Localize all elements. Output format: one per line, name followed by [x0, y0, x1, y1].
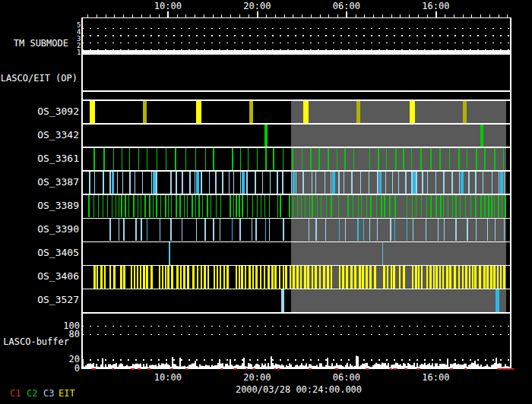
- event-bar: [93, 195, 94, 217]
- time-label-top: 06:00: [324, 1, 369, 11]
- event-bar: [119, 195, 119, 217]
- minor-tick: [284, 14, 285, 18]
- event-bar: [426, 266, 428, 288]
- event-bar: [395, 148, 397, 170]
- event-bar: [484, 195, 485, 217]
- event-bar: [209, 172, 210, 194]
- event-bar: [213, 148, 214, 170]
- event-bar: [166, 148, 167, 170]
- event-bar: [403, 266, 405, 288]
- event-bar: [297, 195, 298, 217]
- event-bar: [264, 195, 265, 217]
- event-bar: [215, 172, 216, 194]
- event-bar: [497, 266, 499, 288]
- row-label-OS_3527: OS_3527: [0, 294, 79, 305]
- event-bar: [427, 172, 428, 194]
- event-bar: [165, 195, 166, 217]
- event-bar: [465, 195, 466, 217]
- event-bar: [346, 266, 348, 288]
- minor-tick: [445, 14, 445, 18]
- lasco-buffer-label: LASCO-buffer: [0, 336, 69, 347]
- event-bar: [103, 195, 103, 217]
- event-bar: [216, 195, 217, 217]
- event-bar: [376, 195, 377, 217]
- event-bar: [233, 195, 234, 217]
- event-bar: [405, 172, 406, 194]
- event-bar: [204, 266, 205, 288]
- event-bar: [383, 266, 385, 288]
- event-bar: [342, 266, 344, 288]
- lasco-eit-op-label: LASCO/EIT (OP): [0, 73, 78, 84]
- event-bar: [378, 148, 379, 170]
- event-bar-bold: [196, 172, 199, 194]
- event-bar: [460, 195, 461, 217]
- row-label-OS_3092: OS_3092: [0, 106, 79, 117]
- event-bar: [449, 266, 451, 288]
- event-bar: [207, 266, 209, 288]
- event-bar: [223, 266, 225, 288]
- event-bar: [255, 219, 256, 241]
- event-bar: [315, 172, 316, 194]
- red-mark: [309, 368, 312, 370]
- major-tick: [257, 11, 258, 17]
- event-bar: [435, 172, 436, 194]
- event-bar: [103, 148, 105, 170]
- event-bar: [449, 148, 451, 170]
- row-separator: [81, 241, 511, 243]
- event-bar: [480, 125, 483, 147]
- event-bar: [262, 172, 263, 194]
- event-bar: [88, 195, 89, 217]
- row-label-OS_3406: OS_3406: [0, 270, 79, 282]
- event-bar: [410, 101, 415, 123]
- minor-tick: [507, 14, 508, 18]
- event-bar: [129, 172, 130, 194]
- event-bar: [458, 148, 460, 170]
- row-label-OS_3342: OS_3342: [0, 129, 79, 140]
- event-bar: [416, 172, 416, 194]
- minor-tick: [499, 14, 499, 18]
- minor-tick: [221, 14, 222, 18]
- event-bar: [442, 266, 445, 288]
- event-bar: [493, 266, 495, 288]
- event-bar: [484, 148, 486, 170]
- event-bar: [390, 219, 391, 241]
- event-bar: [185, 148, 187, 170]
- event-bar: [156, 195, 157, 217]
- event-bar: [357, 219, 358, 241]
- event-bar: [277, 172, 277, 194]
- top-axis-line: [81, 17, 511, 19]
- event-bar: [255, 266, 258, 288]
- event-bar: [398, 172, 399, 194]
- lasco-eit-timeline-plot: 10:0010:0020:0020:0006:0006:0016:0016:00…: [0, 0, 532, 404]
- event-bar: [220, 195, 221, 217]
- event-bar: [475, 195, 476, 217]
- event-bar: [277, 195, 278, 217]
- event-bar-bold: [500, 172, 503, 194]
- row-separator: [81, 170, 511, 172]
- event-bar: [119, 219, 119, 241]
- event-bar: [472, 266, 474, 288]
- event-bar: [247, 195, 248, 217]
- event-bar: [347, 195, 348, 217]
- minor-tick: [106, 14, 106, 18]
- event-bar: [474, 266, 477, 288]
- op-panel-border: [81, 90, 511, 92]
- event-bar: [213, 219, 214, 241]
- event-bar: [198, 195, 199, 217]
- minor-tick: [293, 14, 293, 18]
- red-mark: [274, 368, 276, 370]
- event-bar: [494, 195, 495, 217]
- event-bar: [116, 195, 116, 217]
- event-bar: [426, 219, 426, 241]
- plot-right-border: [510, 17, 511, 369]
- event-bar: [214, 266, 215, 288]
- event-bar: [176, 266, 179, 288]
- event-bar: [232, 148, 233, 170]
- event-bar: [94, 172, 95, 194]
- event-bar: [160, 219, 160, 241]
- event-bar: [323, 266, 325, 288]
- event-bar: [135, 172, 135, 194]
- event-bar: [226, 266, 229, 288]
- event-bar: [420, 148, 422, 170]
- major-tick: [167, 11, 169, 17]
